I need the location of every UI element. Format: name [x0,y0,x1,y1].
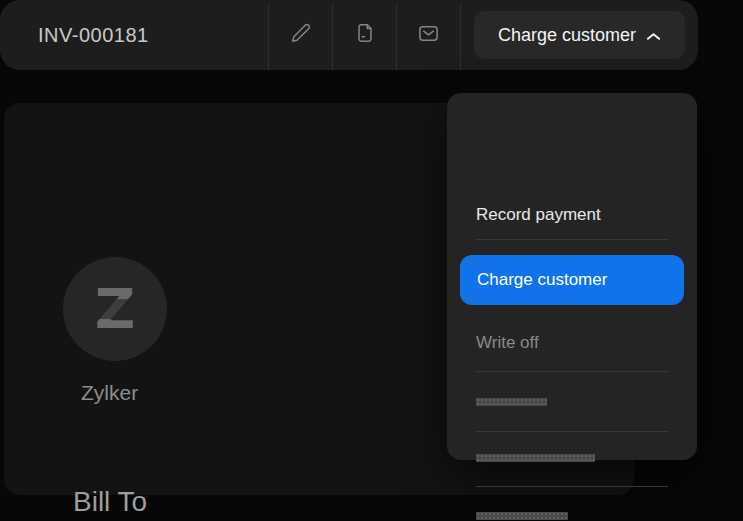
email-envelope-icon [417,22,440,49]
company-name: Zylker [81,381,138,405]
invoice-page: INV-000181 [0,0,743,521]
charge-customer-button[interactable]: Charge customer [474,11,685,59]
company-avatar: Z [63,257,167,361]
bill-to-label: Bill To [73,486,147,518]
edit-invoice-button[interactable] [269,0,332,70]
menu-item-placeholder[interactable] [476,454,595,462]
charge-button-label: Charge customer [498,25,636,46]
company-logo-letter: Z [63,257,167,361]
email-button[interactable] [397,0,460,70]
menu-divider [476,486,668,487]
menu-item-charge-customer[interactable]: Charge customer [460,255,684,305]
menu-item-placeholder[interactable] [476,512,568,520]
menu-divider [476,431,668,432]
invoice-toolbar: INV-000181 [0,0,698,70]
charge-dropdown-menu: Record payment Charge customer Write off [447,93,697,460]
menu-item-record-payment[interactable]: Record payment [476,205,601,225]
menu-item-write-off[interactable]: Write off [476,333,539,353]
charge-button-cell: Charge customer [461,0,698,70]
menu-divider [476,239,668,240]
menu-divider [476,371,668,372]
document-icon [354,22,376,48]
chevron-up-icon [646,25,661,46]
document-button[interactable] [333,0,396,70]
edit-pencil-icon [290,22,312,48]
invoice-number: INV-000181 [0,0,268,70]
menu-item-placeholder[interactable] [476,398,547,406]
